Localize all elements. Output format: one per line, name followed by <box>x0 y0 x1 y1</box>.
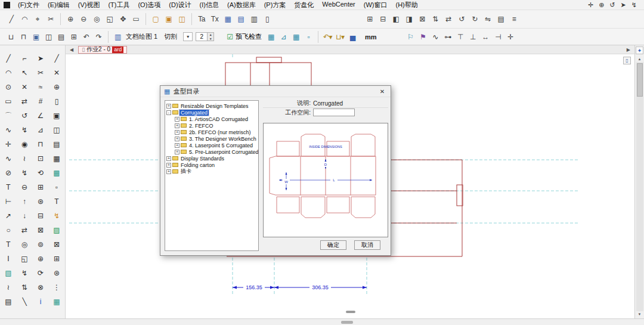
tool-button[interactable]: ↯ <box>17 123 33 137</box>
tree-item[interactable]: + Resizable Design Templates <box>165 103 258 109</box>
history-dropdown-icon[interactable]: ↶▾ <box>321 31 334 43</box>
preflight-button[interactable]: ☑ 预飞检查 <box>224 32 265 42</box>
refresh-icon[interactable]: ↺ <box>609 1 615 9</box>
text-annotation-icon[interactable]: Ta <box>195 13 208 26</box>
tool-button[interactable]: ⊘ <box>1 166 17 180</box>
workspace-input[interactable] <box>313 109 355 116</box>
import-icon[interactable]: ⊓ <box>17 31 30 43</box>
tool-button[interactable]: ╲ <box>17 295 33 309</box>
page-icon[interactable]: ▯ <box>261 13 274 26</box>
layers-doc-icon[interactable]: ▥ <box>112 31 124 43</box>
tool-button[interactable]: ⊡ <box>33 151 49 166</box>
vertical-scrollbar[interactable]: ✦ ▲ ▼ <box>634 45 644 318</box>
tool-button[interactable]: ↯ <box>17 266 33 280</box>
tool-button[interactable]: ◎ <box>17 237 33 252</box>
tool-button[interactable]: ▣ <box>49 109 65 123</box>
tool-button[interactable]: ⊛ <box>49 266 65 280</box>
menu-item[interactable]: (W)窗口 <box>360 1 392 10</box>
save-icon[interactable]: ▣ <box>30 31 42 43</box>
zoom-out-icon[interactable]: ⊖ <box>77 13 90 26</box>
tool-button[interactable]: ⊖ <box>17 180 33 194</box>
tool-button[interactable]: ▦ <box>49 295 65 309</box>
select-sheet-icon[interactable]: ▫ <box>302 31 315 43</box>
delete-tool-icon[interactable]: ✕ <box>17 80 33 94</box>
arc-tool-icon[interactable]: ◠ <box>18 13 31 26</box>
expand-toggle-icon[interactable]: + <box>166 169 171 174</box>
tool-button[interactable]: ∿ <box>1 151 17 166</box>
expand-toggle-icon[interactable]: + <box>175 117 179 122</box>
tool-button[interactable]: ⋮ <box>49 280 65 295</box>
text-tool-icon[interactable]: T <box>1 180 17 194</box>
flash-icon[interactable]: ↯ <box>631 1 637 9</box>
menu-item[interactable]: (H)帮助 <box>392 1 422 10</box>
scroll-up-icon[interactable]: ▲ <box>638 56 642 62</box>
tool-button[interactable]: ⊓ <box>33 137 49 151</box>
rotate-cw-icon[interactable]: ↻ <box>468 13 481 26</box>
tool-button[interactable]: ◫ <box>49 123 65 137</box>
close-icon[interactable]: ✕ <box>377 87 387 95</box>
rotate-tool-icon[interactable]: ⟲ <box>33 166 49 180</box>
close-box-icon[interactable]: ⊠ <box>49 237 65 252</box>
redo-icon[interactable]: ↷ <box>92 31 105 43</box>
menu-item[interactable]: (A)数据库 <box>223 1 260 10</box>
tool-button[interactable]: ≀ <box>1 280 17 295</box>
cells-icon[interactable]: ▦ <box>290 31 302 43</box>
tool-button[interactable]: ▦ <box>49 151 65 166</box>
menu-item[interactable]: (P)方案 <box>260 1 290 10</box>
tool-button[interactable]: ▯ <box>49 94 65 109</box>
tree-item[interactable]: + Display Standards <box>165 155 258 162</box>
tree-item[interactable]: + 4. Laserpoint 5 Corrugated <box>165 142 258 148</box>
box-template-icon[interactable]: ▢ <box>149 13 162 26</box>
folder-dropdown-icon[interactable]: ⊔▾ <box>334 31 346 43</box>
connect-icon[interactable]: ⊶ <box>442 31 454 43</box>
table-icon[interactable]: ▤ <box>234 13 247 26</box>
tree-item[interactable]: + 1. ArtiosCAD Corrugated <box>165 116 258 122</box>
rotate-ccw-icon[interactable]: ↺ <box>455 13 468 26</box>
tool-button[interactable]: ⌐ <box>17 51 33 66</box>
menu-item[interactable]: (D)设计 <box>165 1 195 10</box>
text-dimension-icon[interactable]: Tx <box>208 13 221 26</box>
align-top-icon[interactable]: ⊤ <box>454 31 467 43</box>
knife-tool-icon[interactable]: ✂ <box>44 13 57 26</box>
tool-button[interactable]: I <box>1 252 17 266</box>
copy-icon[interactable]: ⊞ <box>67 31 80 43</box>
tool-button[interactable]: ▨ <box>49 223 65 237</box>
menu-item[interactable]: (F)文件 <box>14 1 44 10</box>
cursor-icon[interactable]: ➤ <box>621 1 626 9</box>
scale-stepper[interactable]: 2 ▲ ▼ <box>196 32 214 41</box>
exchange-icon[interactable]: ⇋ <box>481 13 494 26</box>
box-copy-icon[interactable]: ◫ <box>175 13 188 26</box>
print-icon[interactable]: ▤ <box>55 31 67 43</box>
dialog-titlebar[interactable]: ▦ 盒型目录 ✕ <box>160 86 391 97</box>
tool-button[interactable]: ⊠ <box>33 223 49 237</box>
dimension-tool-icon[interactable]: ⊢ <box>1 194 17 209</box>
tool-button[interactable]: ⊗ <box>33 280 49 295</box>
tool-button[interactable]: # <box>33 94 49 109</box>
expand-toggle-icon[interactable]: + <box>175 150 179 154</box>
tool-button[interactable]: ↓ <box>17 209 33 223</box>
full-view-icon[interactable]: ▭ <box>129 13 143 26</box>
tool-button[interactable]: ⊕ <box>49 80 65 94</box>
preflight-panel-icon[interactable]: ▦ <box>265 31 277 43</box>
navigator-icon[interactable]: ✦ <box>636 47 643 54</box>
menu-item[interactable]: WebCenter <box>318 1 359 10</box>
tool-button[interactable]: ⊞ <box>33 180 49 194</box>
tool-button[interactable]: ↗ <box>1 209 17 223</box>
tool-button[interactable]: ⊛ <box>33 194 49 209</box>
tool-button[interactable]: ↖ <box>17 66 33 80</box>
tool-button[interactable]: ○ <box>1 223 17 237</box>
tool-button[interactable]: ⊚ <box>33 237 49 252</box>
chevron-down-icon[interactable]: ▼ <box>183 32 193 41</box>
line-tool-icon[interactable]: ╱ <box>5 13 18 26</box>
measure-icon[interactable]: ⊿ <box>277 31 290 43</box>
tool-button[interactable]: ▤ <box>1 295 17 309</box>
horizontal-scrollbar[interactable] <box>0 318 644 325</box>
splitter-handle[interactable] <box>346 311 355 313</box>
tree-item[interactable]: + 2b. FEFCO (nur metrisch) <box>165 129 258 135</box>
tool-button[interactable]: T <box>49 194 65 209</box>
menu-item[interactable]: (V)视图 <box>74 1 104 10</box>
ok-button[interactable]: 确定 <box>320 240 346 250</box>
tab-scroll-left-icon[interactable]: ◀ <box>67 47 76 52</box>
pan-icon[interactable]: ✥ <box>116 13 129 26</box>
left-panel-icon[interactable]: ◧ <box>389 13 402 26</box>
